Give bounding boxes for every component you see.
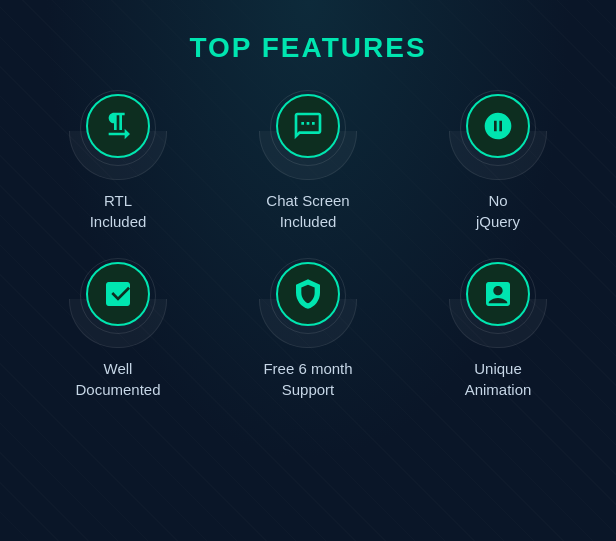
nojquery-icon [466, 94, 530, 158]
support-line1: Free 6 month [263, 358, 352, 379]
document-icon [86, 262, 150, 326]
feature-chat-screen: Chat Screen Included [218, 82, 398, 240]
nojquery-line1: No [476, 190, 520, 211]
animation-icon [466, 262, 530, 326]
chat-line2: Included [266, 211, 349, 232]
rtl-label: RTL Included [90, 190, 147, 232]
feature-rtl: RTL Included [28, 82, 208, 240]
rtl-line2: Included [90, 211, 147, 232]
rtl-icon-container [63, 90, 173, 180]
feature-well-documented: Well Documented [28, 250, 208, 408]
animation-icon-container [443, 258, 553, 348]
chat-label: Chat Screen Included [266, 190, 349, 232]
feature-free-support: Free 6 month Support [218, 250, 398, 408]
nojquery-label: No jQuery [476, 190, 520, 232]
chat-icon-container [253, 90, 363, 180]
support-icon-container [253, 258, 363, 348]
document-icon-container [63, 258, 173, 348]
document-line1: Well [75, 358, 160, 379]
animation-line2: Animation [465, 379, 532, 400]
page-title: TOP FEATURES [189, 32, 426, 64]
document-label: Well Documented [75, 358, 160, 400]
animation-label: Unique Animation [465, 358, 532, 400]
support-line2: Support [263, 379, 352, 400]
chat-icon [276, 94, 340, 158]
features-grid: RTL Included Chat Screen Included [18, 82, 598, 408]
document-line2: Documented [75, 379, 160, 400]
chat-line1: Chat Screen [266, 190, 349, 211]
rtl-icon [86, 94, 150, 158]
animation-line1: Unique [465, 358, 532, 379]
nojquery-line2: jQuery [476, 211, 520, 232]
feature-unique-animation: Unique Animation [408, 250, 588, 408]
nojquery-icon-container [443, 90, 553, 180]
support-icon [276, 262, 340, 326]
support-label: Free 6 month Support [263, 358, 352, 400]
feature-no-jquery: No jQuery [408, 82, 588, 240]
rtl-line1: RTL [90, 190, 147, 211]
